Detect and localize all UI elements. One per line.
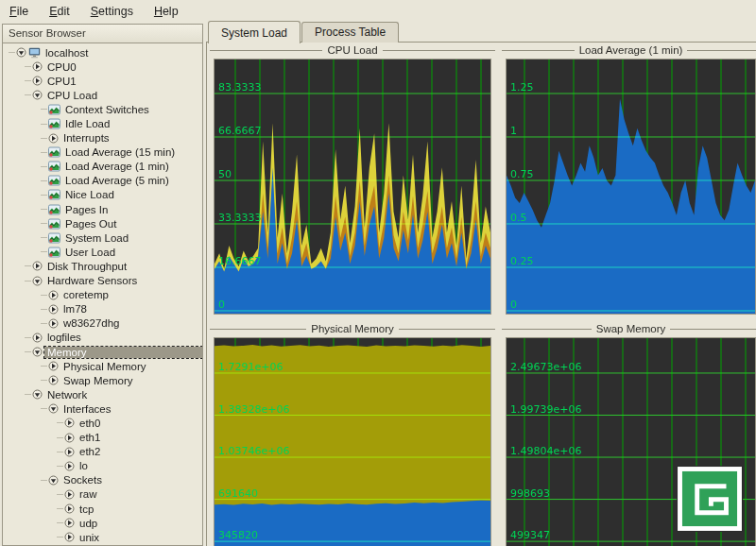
tree-connector [41,480,47,481]
tree-item-hardware-sensors[interactable]: Hardware Sensors [3,274,202,288]
expander-collapsed-icon[interactable] [48,318,59,329]
tree-item-label: Pages In [62,204,111,215]
expander-collapsed-icon[interactable] [64,447,75,457]
axis-label: 33.3333 [218,212,262,224]
tree-item-user-load[interactable]: User Load [3,245,202,259]
tree-item-eth1[interactable]: eth1 [3,431,202,445]
expander-collapsed-icon[interactable] [32,261,43,271]
expander-collapsed-icon[interactable] [64,489,75,500]
tree-item-physical-memory[interactable]: Physical Memory [3,359,202,373]
tree-item-interrupts[interactable]: Interrupts [3,131,202,145]
expander-expanded-icon[interactable] [32,276,43,286]
tree-connector [25,394,31,395]
axis-label: 1.03746e+06 [218,445,289,457]
menu-settings[interactable]: Settings [91,5,133,18]
axis-label: 0.5 [510,212,527,224]
tree-item-eth0[interactable]: eth0 [3,416,202,430]
tree-item-label: w83627dhg [60,317,122,329]
tree-item-w83627dhg[interactable]: w83627dhg [3,316,202,331]
tree-item-label: Load Average (5 min) [62,175,172,186]
menu-file[interactable]: File [9,5,28,18]
tree-connector [57,466,63,467]
tree-item-disk-throughput[interactable]: Disk Throughput [3,259,202,273]
sensor-icon [48,204,60,215]
tree-connector [41,223,47,224]
tree-item-lm78[interactable]: lm78 [3,302,202,316]
tree-connector [41,408,47,409]
tree-item-interfaces[interactable]: Interfaces [3,401,202,416]
tree-item-nice-load[interactable]: Nice Load [3,188,202,202]
expander-collapsed-icon[interactable] [64,503,75,514]
expander-collapsed-icon[interactable] [64,418,75,428]
axis-label: 1.7291e+06 [218,361,283,373]
tree-item-label: Interrupts [60,132,112,144]
tab-system-load[interactable]: System Load [208,21,301,43]
chart-load-average[interactable]: 1.2510.750.50.250 [506,59,756,315]
axis-label: 83.3333 [218,81,262,94]
tree-item-context-switches[interactable]: Context Switches [3,102,202,116]
tree-item-raw[interactable]: raw [3,487,202,502]
tree-item-cpu1[interactable]: CPU1 [3,74,202,88]
tree-item-label: Context Switches [62,104,152,115]
chart-physical-memory[interactable]: 1.7291e+061.38328e+061.03746e+0669164034… [214,337,491,546]
expander-expanded-icon[interactable] [32,389,43,400]
tree-item-lo[interactable]: lo [3,459,202,473]
expander-collapsed-icon[interactable] [48,361,59,371]
tree-item-label: eth2 [77,446,103,457]
tree-item-tcp[interactable]: tcp [3,502,202,516]
tree-item-coretemp[interactable]: coretemp [3,288,202,302]
tree-item-cpu0[interactable]: CPU0 [3,60,202,74]
expander-expanded-icon[interactable] [32,90,43,100]
menu-edit[interactable]: Edit [49,5,70,18]
expander-collapsed-icon[interactable] [32,76,43,86]
tree-item-logfiles[interactable]: logfiles [3,331,202,345]
g-logo-icon [677,466,743,532]
expander-collapsed-icon[interactable] [64,518,75,528]
expander-collapsed-icon[interactable] [48,290,59,300]
tree-item-unix[interactable]: unix [3,530,202,544]
tree-item-sockets[interactable]: Sockets [3,473,202,487]
menu-bar: FileEditSettingsHelp [0,0,756,22]
tree-connector [41,309,47,310]
expander-collapsed-icon[interactable] [32,61,43,72]
tree-item-label: tcp [77,503,96,515]
tree-item-memory[interactable]: Memory [3,345,202,359]
tree-item-load-average-1-min[interactable]: Load Average (1 min) [3,160,202,174]
tree-item-swap-memory[interactable]: Swap Memory [3,373,202,387]
tree-item-label: unix [77,532,102,543]
expander-collapsed-icon[interactable] [48,133,59,144]
expander-expanded-icon[interactable] [48,403,59,414]
expander-expanded-icon[interactable] [32,347,43,357]
axis-label: 2.49673e+06 [510,361,581,373]
tree-item-system-load[interactable]: System Load [3,230,202,245]
tree-connector [41,323,47,324]
tree-connector [25,351,31,352]
tree-connector [41,195,47,196]
expander-collapsed-icon[interactable] [48,375,59,385]
tree-item-eth2[interactable]: eth2 [3,445,202,459]
groupbox-line [383,50,495,51]
tree-item-cpu-load[interactable]: CPU Load [3,88,202,102]
tree-item-load-average-15-min[interactable]: Load Average (15 min) [3,145,202,160]
expander-collapsed-icon[interactable] [32,333,43,343]
axis-label: 66.6667 [218,125,262,137]
menu-help[interactable]: Help [154,5,179,18]
expander-collapsed-icon[interactable] [64,532,75,542]
expander-collapsed-icon[interactable] [64,461,75,471]
expander-expanded-icon[interactable] [48,475,59,486]
chart-cpu-load[interactable]: 83.333366.66675033.333316.66670 [214,59,491,315]
tree-item-pages-in[interactable]: Pages In [3,202,202,216]
tree-item-network[interactable]: Network [3,387,202,401]
tree-item-idle-load[interactable]: Idle Load [3,116,202,130]
tab-process-table[interactable]: Process Table [301,22,399,43]
chart-title-cpu-load: CPU Load [322,44,382,56]
expander-expanded-icon[interactable] [16,47,26,58]
groupbox-line [502,329,592,330]
expander-collapsed-icon[interactable] [64,433,75,443]
tree-item-localhost[interactable]: localhost [3,45,202,60]
tree-connector [57,452,63,452]
tree-item-load-average-5-min[interactable]: Load Average (5 min) [3,174,202,188]
tree-item-pages-out[interactable]: Pages Out [3,216,202,230]
tree-item-udp[interactable]: udp [3,516,202,530]
expander-collapsed-icon[interactable] [48,304,59,315]
